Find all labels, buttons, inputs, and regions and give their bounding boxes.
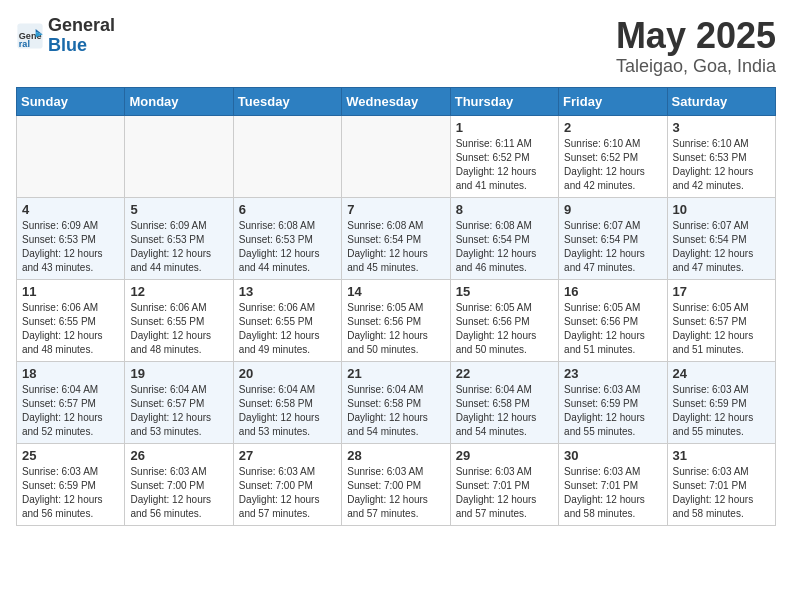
calendar-day-cell: 27Sunrise: 6:03 AM Sunset: 7:00 PM Dayli…	[233, 443, 341, 525]
day-number: 29	[456, 448, 553, 463]
calendar-day-cell	[17, 115, 125, 197]
logo-blue-text: Blue	[48, 36, 115, 56]
day-of-week-header: Sunday	[17, 87, 125, 115]
day-of-week-header: Tuesday	[233, 87, 341, 115]
calendar-day-cell: 6Sunrise: 6:08 AM Sunset: 6:53 PM Daylig…	[233, 197, 341, 279]
day-info: Sunrise: 6:05 AM Sunset: 6:56 PM Dayligh…	[564, 301, 661, 357]
calendar-day-cell: 3Sunrise: 6:10 AM Sunset: 6:53 PM Daylig…	[667, 115, 775, 197]
day-info: Sunrise: 6:08 AM Sunset: 6:53 PM Dayligh…	[239, 219, 336, 275]
day-number: 24	[673, 366, 770, 381]
day-number: 12	[130, 284, 227, 299]
day-number: 21	[347, 366, 444, 381]
calendar-day-cell: 29Sunrise: 6:03 AM Sunset: 7:01 PM Dayli…	[450, 443, 558, 525]
logo-general-text: General	[48, 16, 115, 36]
calendar-day-cell	[233, 115, 341, 197]
calendar-week-row: 18Sunrise: 6:04 AM Sunset: 6:57 PM Dayli…	[17, 361, 776, 443]
day-info: Sunrise: 6:04 AM Sunset: 6:58 PM Dayligh…	[239, 383, 336, 439]
day-number: 19	[130, 366, 227, 381]
day-info: Sunrise: 6:03 AM Sunset: 7:01 PM Dayligh…	[456, 465, 553, 521]
calendar-day-cell: 13Sunrise: 6:06 AM Sunset: 6:55 PM Dayli…	[233, 279, 341, 361]
day-number: 4	[22, 202, 119, 217]
day-of-week-header: Monday	[125, 87, 233, 115]
calendar-day-cell: 4Sunrise: 6:09 AM Sunset: 6:53 PM Daylig…	[17, 197, 125, 279]
day-info: Sunrise: 6:05 AM Sunset: 6:57 PM Dayligh…	[673, 301, 770, 357]
calendar-day-cell: 25Sunrise: 6:03 AM Sunset: 6:59 PM Dayli…	[17, 443, 125, 525]
calendar-day-cell: 19Sunrise: 6:04 AM Sunset: 6:57 PM Dayli…	[125, 361, 233, 443]
day-number: 31	[673, 448, 770, 463]
day-of-week-header: Saturday	[667, 87, 775, 115]
day-number: 7	[347, 202, 444, 217]
title-block: May 2025 Taleigao, Goa, India	[616, 16, 776, 77]
calendar-day-cell: 14Sunrise: 6:05 AM Sunset: 6:56 PM Dayli…	[342, 279, 450, 361]
day-number: 30	[564, 448, 661, 463]
day-info: Sunrise: 6:10 AM Sunset: 6:53 PM Dayligh…	[673, 137, 770, 193]
calendar-week-row: 1Sunrise: 6:11 AM Sunset: 6:52 PM Daylig…	[17, 115, 776, 197]
calendar-day-cell: 7Sunrise: 6:08 AM Sunset: 6:54 PM Daylig…	[342, 197, 450, 279]
day-info: Sunrise: 6:04 AM Sunset: 6:57 PM Dayligh…	[22, 383, 119, 439]
day-info: Sunrise: 6:07 AM Sunset: 6:54 PM Dayligh…	[673, 219, 770, 275]
day-info: Sunrise: 6:03 AM Sunset: 6:59 PM Dayligh…	[673, 383, 770, 439]
day-number: 10	[673, 202, 770, 217]
calendar-day-cell: 15Sunrise: 6:05 AM Sunset: 6:56 PM Dayli…	[450, 279, 558, 361]
calendar-day-cell: 22Sunrise: 6:04 AM Sunset: 6:58 PM Dayli…	[450, 361, 558, 443]
calendar-day-cell: 2Sunrise: 6:10 AM Sunset: 6:52 PM Daylig…	[559, 115, 667, 197]
day-number: 8	[456, 202, 553, 217]
day-number: 6	[239, 202, 336, 217]
calendar-day-cell: 30Sunrise: 6:03 AM Sunset: 7:01 PM Dayli…	[559, 443, 667, 525]
calendar-day-cell: 18Sunrise: 6:04 AM Sunset: 6:57 PM Dayli…	[17, 361, 125, 443]
day-info: Sunrise: 6:08 AM Sunset: 6:54 PM Dayligh…	[347, 219, 444, 275]
day-number: 17	[673, 284, 770, 299]
day-info: Sunrise: 6:08 AM Sunset: 6:54 PM Dayligh…	[456, 219, 553, 275]
day-number: 25	[22, 448, 119, 463]
calendar-header-row: SundayMondayTuesdayWednesdayThursdayFrid…	[17, 87, 776, 115]
day-number: 18	[22, 366, 119, 381]
day-info: Sunrise: 6:03 AM Sunset: 7:00 PM Dayligh…	[239, 465, 336, 521]
day-number: 13	[239, 284, 336, 299]
day-number: 2	[564, 120, 661, 135]
day-info: Sunrise: 6:04 AM Sunset: 6:58 PM Dayligh…	[456, 383, 553, 439]
day-number: 26	[130, 448, 227, 463]
day-info: Sunrise: 6:03 AM Sunset: 7:00 PM Dayligh…	[347, 465, 444, 521]
calendar-day-cell: 10Sunrise: 6:07 AM Sunset: 6:54 PM Dayli…	[667, 197, 775, 279]
calendar-day-cell: 5Sunrise: 6:09 AM Sunset: 6:53 PM Daylig…	[125, 197, 233, 279]
calendar-table: SundayMondayTuesdayWednesdayThursdayFrid…	[16, 87, 776, 526]
calendar-day-cell: 26Sunrise: 6:03 AM Sunset: 7:00 PM Dayli…	[125, 443, 233, 525]
calendar-day-cell: 20Sunrise: 6:04 AM Sunset: 6:58 PM Dayli…	[233, 361, 341, 443]
calendar-day-cell: 23Sunrise: 6:03 AM Sunset: 6:59 PM Dayli…	[559, 361, 667, 443]
day-number: 16	[564, 284, 661, 299]
day-info: Sunrise: 6:06 AM Sunset: 6:55 PM Dayligh…	[22, 301, 119, 357]
day-info: Sunrise: 6:10 AM Sunset: 6:52 PM Dayligh…	[564, 137, 661, 193]
day-info: Sunrise: 6:05 AM Sunset: 6:56 PM Dayligh…	[347, 301, 444, 357]
day-of-week-header: Thursday	[450, 87, 558, 115]
day-info: Sunrise: 6:07 AM Sunset: 6:54 PM Dayligh…	[564, 219, 661, 275]
logo-text: General Blue	[48, 16, 115, 56]
calendar-day-cell: 31Sunrise: 6:03 AM Sunset: 7:01 PM Dayli…	[667, 443, 775, 525]
day-info: Sunrise: 6:09 AM Sunset: 6:53 PM Dayligh…	[22, 219, 119, 275]
calendar-day-cell: 9Sunrise: 6:07 AM Sunset: 6:54 PM Daylig…	[559, 197, 667, 279]
logo: Gene ral General Blue	[16, 16, 115, 56]
calendar-day-cell: 11Sunrise: 6:06 AM Sunset: 6:55 PM Dayli…	[17, 279, 125, 361]
day-number: 14	[347, 284, 444, 299]
logo-icon: Gene ral	[16, 22, 44, 50]
calendar-week-row: 11Sunrise: 6:06 AM Sunset: 6:55 PM Dayli…	[17, 279, 776, 361]
day-number: 22	[456, 366, 553, 381]
calendar-day-cell	[342, 115, 450, 197]
day-info: Sunrise: 6:03 AM Sunset: 7:00 PM Dayligh…	[130, 465, 227, 521]
calendar-day-cell: 24Sunrise: 6:03 AM Sunset: 6:59 PM Dayli…	[667, 361, 775, 443]
day-info: Sunrise: 6:09 AM Sunset: 6:53 PM Dayligh…	[130, 219, 227, 275]
page-header: Gene ral General Blue May 2025 Taleigao,…	[16, 16, 776, 77]
day-info: Sunrise: 6:04 AM Sunset: 6:57 PM Dayligh…	[130, 383, 227, 439]
day-number: 11	[22, 284, 119, 299]
svg-text:ral: ral	[19, 39, 30, 49]
day-number: 5	[130, 202, 227, 217]
calendar-day-cell: 1Sunrise: 6:11 AM Sunset: 6:52 PM Daylig…	[450, 115, 558, 197]
calendar-week-row: 25Sunrise: 6:03 AM Sunset: 6:59 PM Dayli…	[17, 443, 776, 525]
day-info: Sunrise: 6:03 AM Sunset: 6:59 PM Dayligh…	[564, 383, 661, 439]
calendar-week-row: 4Sunrise: 6:09 AM Sunset: 6:53 PM Daylig…	[17, 197, 776, 279]
day-info: Sunrise: 6:11 AM Sunset: 6:52 PM Dayligh…	[456, 137, 553, 193]
calendar-day-cell: 16Sunrise: 6:05 AM Sunset: 6:56 PM Dayli…	[559, 279, 667, 361]
calendar-day-cell	[125, 115, 233, 197]
day-info: Sunrise: 6:04 AM Sunset: 6:58 PM Dayligh…	[347, 383, 444, 439]
calendar-day-cell: 8Sunrise: 6:08 AM Sunset: 6:54 PM Daylig…	[450, 197, 558, 279]
day-info: Sunrise: 6:03 AM Sunset: 7:01 PM Dayligh…	[564, 465, 661, 521]
